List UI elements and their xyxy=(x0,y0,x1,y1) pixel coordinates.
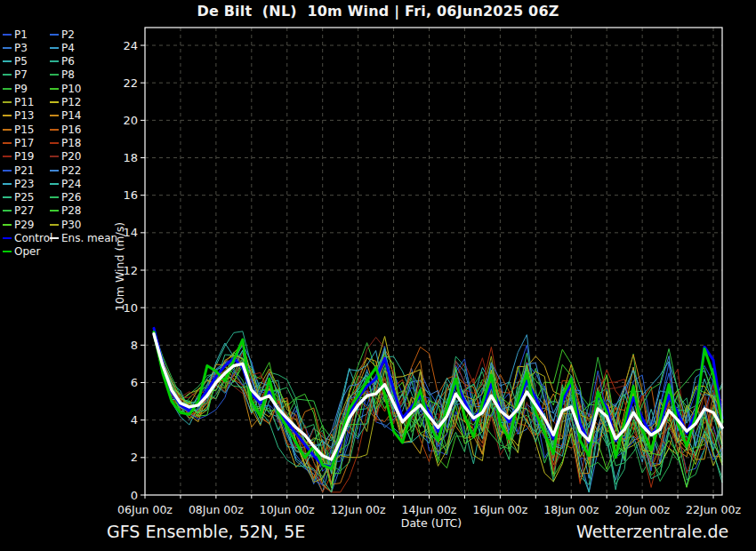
y-tick-label: 4 xyxy=(131,413,138,427)
legend-label: P1 xyxy=(14,28,28,41)
legend-line-swatch xyxy=(50,210,59,212)
legend-line-swatch xyxy=(50,115,59,116)
legend-line-swatch xyxy=(3,183,12,185)
legend-item-P18: P18 xyxy=(50,136,82,149)
legend-line-swatch xyxy=(50,34,59,36)
legend-item-P21: P21 xyxy=(3,164,35,177)
legend-item-P3: P3 xyxy=(3,41,28,54)
legend-label: P29 xyxy=(14,219,35,231)
legend-item-P23: P23 xyxy=(3,177,35,190)
legend-label: P4 xyxy=(61,42,75,54)
legend-item-P24: P24 xyxy=(50,177,82,190)
legend-item-P20: P20 xyxy=(50,150,82,164)
legend-item-P10: P10 xyxy=(50,82,82,95)
legend-label: P25 xyxy=(14,191,35,204)
legend-line-swatch xyxy=(50,74,59,76)
legend-item-P29: P29 xyxy=(3,218,35,231)
x-tick-label: 10Jun 00z xyxy=(260,503,315,516)
legend-label: P19 xyxy=(14,150,35,163)
legend-item-P2: P2 xyxy=(50,28,75,41)
legend-label: P28 xyxy=(61,204,82,217)
legend-label: Oper xyxy=(14,245,40,258)
y-tick-label: 0 xyxy=(131,489,138,502)
legend-label: Control xyxy=(14,232,52,244)
legend-line-swatch xyxy=(50,47,59,49)
legend-item-P9: P9 xyxy=(3,82,28,95)
x-tick-label: 22Jun 00z xyxy=(686,503,741,516)
model-info-text: GFS Ensemble, 52N, 5E xyxy=(107,522,305,541)
legend-label: P16 xyxy=(61,124,82,136)
legend-line-swatch xyxy=(50,156,59,157)
legend-label: P12 xyxy=(61,96,82,108)
legend-item-P25: P25 xyxy=(3,191,35,204)
legend-label: P6 xyxy=(61,55,75,68)
legend-line-swatch xyxy=(3,170,12,172)
legend-item-P19: P19 xyxy=(3,150,35,164)
legend-label: P18 xyxy=(61,137,82,149)
legend-item-P11: P11 xyxy=(3,96,35,109)
x-tick-label: 14Jun 00z xyxy=(402,503,457,516)
chart-title: De Bilt (NL) 10m Wind | Fri, 06Jun2025 0… xyxy=(0,3,756,20)
legend-label: P10 xyxy=(61,83,82,95)
legend-line-swatch xyxy=(50,170,59,172)
legend-item-P7: P7 xyxy=(3,68,28,82)
legend-item-P22: P22 xyxy=(50,164,82,177)
legend-line-swatch xyxy=(3,34,12,36)
legend-item-P13: P13 xyxy=(3,109,35,123)
y-axis-label: 10m Wind (m/s) xyxy=(113,222,126,311)
x-tick-label: 18Jun 00z xyxy=(543,503,599,516)
legend-line-swatch xyxy=(3,88,12,90)
legend-label: P7 xyxy=(14,68,28,81)
legend-item-P1: P1 xyxy=(3,28,28,41)
legend-line-swatch xyxy=(50,237,59,239)
y-tick-label: 2 xyxy=(131,451,138,464)
x-tick-label: 16Jun 00z xyxy=(472,503,527,516)
legend-item-P8: P8 xyxy=(50,68,75,82)
legend-label: P23 xyxy=(14,178,35,190)
legend-line-swatch xyxy=(3,47,12,49)
legend-item-P30: P30 xyxy=(50,218,82,231)
legend-line-swatch xyxy=(50,142,59,144)
legend-item-P15: P15 xyxy=(3,123,35,136)
legend-label: P2 xyxy=(61,28,75,41)
legend-label: P24 xyxy=(61,178,82,190)
legend-line-swatch xyxy=(50,101,59,103)
legend-line-swatch xyxy=(3,196,12,198)
x-axis-label: Date (UTC) xyxy=(401,516,462,530)
ensemble-legend: P1P2P3P4P5P6P7P8P9P10P11P12P13P14P15P16P… xyxy=(2,28,126,262)
legend-item-Control: Control xyxy=(3,232,52,245)
legend-line-swatch xyxy=(50,129,59,131)
legend-line-swatch xyxy=(3,251,12,252)
legend-label: P27 xyxy=(14,204,35,217)
legend-line-swatch xyxy=(3,210,12,212)
x-tick-label: 06Jun 00z xyxy=(117,503,173,516)
legend-line-swatch xyxy=(50,196,59,198)
legend-label: P14 xyxy=(61,109,82,122)
legend-label: P17 xyxy=(14,137,35,149)
legend-label: P30 xyxy=(61,219,82,231)
legend-line-swatch xyxy=(3,101,12,103)
legend-line-swatch xyxy=(50,224,59,226)
legend-line-swatch xyxy=(3,115,12,116)
legend-label: P21 xyxy=(14,164,35,177)
legend-item-P14: P14 xyxy=(50,109,82,123)
legend-label: Ens. mean xyxy=(61,232,117,244)
legend-line-swatch xyxy=(50,88,59,90)
legend-item-P28: P28 xyxy=(50,204,82,218)
legend-line-swatch xyxy=(3,60,12,62)
legend-line-swatch xyxy=(50,183,59,185)
legend-label: P5 xyxy=(14,55,28,68)
x-tick-label: 08Jun 00z xyxy=(189,503,244,516)
legend-label: P20 xyxy=(61,150,82,163)
legend-line-swatch xyxy=(3,74,12,76)
legend-item-P27: P27 xyxy=(3,204,35,218)
legend-item-P17: P17 xyxy=(3,136,35,149)
legend-item-Oper: Oper xyxy=(3,245,40,259)
legend-label: P9 xyxy=(14,83,28,95)
legend-item-P26: P26 xyxy=(50,191,82,204)
legend-line-swatch xyxy=(3,237,12,239)
legend-item-P6: P6 xyxy=(50,55,75,68)
legend-line-swatch xyxy=(50,60,59,62)
legend-label: P15 xyxy=(14,124,35,136)
legend-item-P12: P12 xyxy=(50,96,82,109)
